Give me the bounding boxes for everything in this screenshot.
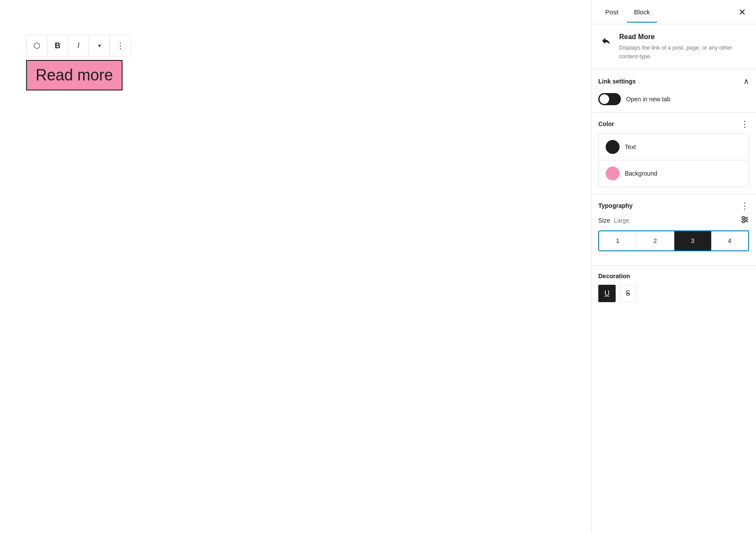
block-toolbar: ⬡ B I ▾ ⋮: [26, 35, 131, 57]
tab-block[interactable]: Block: [627, 5, 657, 19]
typography-more-icon: ⋮: [740, 201, 749, 210]
typography-more-options-button[interactable]: ⋮: [740, 201, 749, 210]
bold-toolbar-button[interactable]: B: [47, 35, 68, 56]
background-color-row[interactable]: Background: [599, 160, 749, 187]
block-info-text: Read More Displays the link of a post, p…: [619, 33, 749, 60]
font-size-row: Size Large: [598, 215, 749, 225]
svg-point-5: [743, 221, 745, 223]
more-styles-button[interactable]: ▾: [89, 35, 110, 56]
close-sidebar-button[interactable]: ✕: [735, 5, 749, 19]
underline-icon: U: [604, 290, 610, 297]
color-section: Color ⋮ Text Background: [591, 113, 756, 194]
italic-label: I: [77, 42, 79, 50]
size-value: Large: [614, 217, 630, 224]
typography-title: Typography: [598, 202, 633, 209]
size-adjust-button[interactable]: [740, 215, 749, 225]
link-toolbar-button[interactable]: ⬡: [27, 35, 47, 56]
size-option-2[interactable]: 2: [636, 231, 673, 250]
background-color-label: Background: [625, 170, 657, 177]
toggle-thumb: [600, 94, 609, 104]
sidebar-header: Post Block ✕: [591, 0, 756, 24]
link-settings-header: Link settings ∧: [598, 77, 749, 86]
tab-post[interactable]: Post: [598, 5, 625, 19]
typography-header: Typography ⋮: [598, 201, 749, 210]
new-tab-toggle[interactable]: [598, 93, 621, 105]
color-more-icon: ⋮: [740, 120, 749, 128]
new-tab-toggle-row: Open in new tab: [598, 93, 749, 105]
bold-label: B: [55, 41, 60, 50]
color-more-options-button[interactable]: ⋮: [740, 120, 749, 128]
chevron-up-icon: ∧: [743, 77, 749, 86]
size-option-3[interactable]: 3: [674, 231, 711, 250]
block-type-icon: [598, 33, 614, 49]
decoration-title: Decoration: [598, 273, 749, 280]
typography-section: Typography ⋮ Size Large: [591, 194, 756, 266]
canvas-area: ⬡ B I ▾ ⋮ Read more: [0, 0, 591, 533]
chevron-down-icon: ▾: [98, 43, 101, 49]
sidebar: Post Block ✕ Read More Displays the link…: [591, 0, 756, 533]
size-label: Size: [598, 217, 610, 224]
new-tab-label: Open in new tab: [626, 96, 670, 103]
link-settings-collapse-button[interactable]: ∧: [743, 77, 749, 86]
size-option-1[interactable]: 1: [599, 231, 636, 250]
color-section-title: Color: [598, 120, 614, 127]
svg-point-4: [745, 219, 747, 221]
close-icon: ✕: [739, 7, 746, 17]
block-title: Read More: [619, 33, 749, 41]
block-editor-area: ⬡ B I ▾ ⋮ Read more: [26, 35, 131, 90]
ellipsis-icon: ⋮: [116, 41, 125, 50]
read-more-block[interactable]: Read more: [26, 60, 123, 90]
block-description: Displays the link of a post, page, or an…: [619, 43, 749, 60]
text-color-swatch: [606, 140, 620, 154]
text-color-label: Text: [625, 143, 636, 150]
color-section-header: Color ⋮: [598, 120, 749, 128]
block-info-section: Read More Displays the link of a post, p…: [591, 24, 756, 70]
italic-toolbar-button[interactable]: I: [68, 35, 89, 56]
read-more-text: Read more: [36, 66, 113, 84]
font-size-picker: 1 2 3 4: [598, 230, 749, 251]
text-color-row[interactable]: Text: [599, 134, 749, 160]
size-adjust-icon: [740, 215, 749, 225]
link-settings-section: Link settings ∧ Open in new tab: [591, 70, 756, 113]
toggle-track: [598, 93, 621, 105]
underline-decoration-button[interactable]: U: [598, 285, 616, 302]
link-icon: ⬡: [33, 41, 40, 50]
strikethrough-icon: S: [626, 290, 630, 297]
size-label-group: Size Large: [598, 217, 630, 224]
color-options-container: Text Background: [598, 133, 749, 187]
link-settings-title: Link settings: [598, 78, 636, 85]
svg-point-3: [743, 217, 745, 219]
size-option-4[interactable]: 4: [711, 231, 748, 250]
decoration-section: Decoration U S: [591, 266, 756, 309]
sidebar-tabs: Post Block: [598, 5, 657, 19]
decoration-options: U S: [598, 285, 749, 302]
strikethrough-decoration-button[interactable]: S: [619, 285, 637, 302]
background-color-swatch: [606, 167, 620, 180]
more-options-toolbar-button[interactable]: ⋮: [110, 35, 131, 56]
